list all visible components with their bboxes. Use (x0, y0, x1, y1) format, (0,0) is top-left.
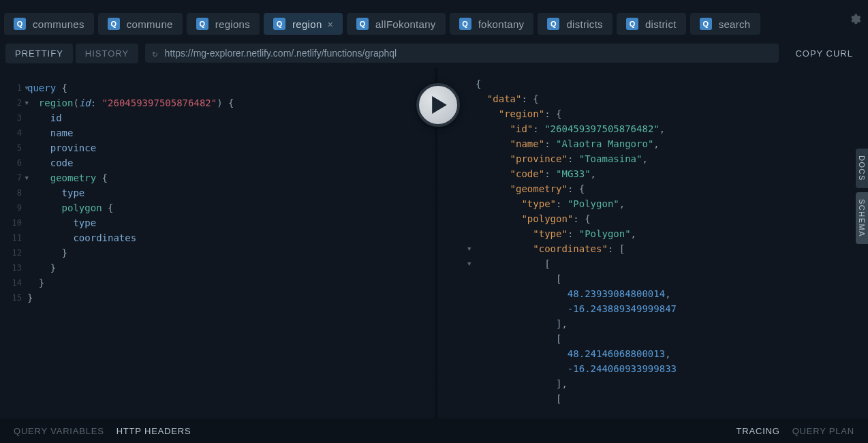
tracing-tab[interactable]: TRACING (737, 426, 780, 436)
query-editor[interactable]: query { region(id: "260459397505876482")… (27, 68, 421, 442)
query-variables-tab[interactable]: QUERY VARIABLES (14, 426, 104, 436)
history-button[interactable]: HISTORY (76, 44, 138, 63)
close-icon[interactable]: ✕ (328, 18, 333, 29)
tab-label: commune (127, 18, 173, 30)
tab-allFokontany[interactable]: Q allFokontany (347, 13, 446, 35)
http-headers-tab[interactable]: HTTP HEADERS (117, 426, 191, 436)
tab-districts[interactable]: Q districts (538, 13, 613, 35)
tab-label: allFokontany (375, 18, 436, 30)
tabs-row: Q communes Q commune Q regions Q region … (0, 10, 868, 38)
schema-tab[interactable]: SCHEMA (856, 192, 868, 244)
prettify-button[interactable]: PRETTIFY (5, 44, 73, 63)
line-gutter: 1▼ 2▼ 3 4 5 6 7▼ 8 9 10 11 12 13 14 15 (0, 68, 27, 442)
tab-fokontany[interactable]: Q fokontany (450, 13, 534, 35)
query-badge-icon: Q (459, 18, 471, 30)
tab-label: search (719, 18, 751, 30)
docs-tab[interactable]: DOCS (856, 149, 868, 188)
tab-commune[interactable]: Q commune (98, 13, 183, 35)
play-icon (432, 96, 447, 114)
tab-label: region (292, 18, 322, 30)
query-badge-icon: Q (547, 18, 559, 30)
tab-label: communes (33, 18, 84, 30)
copy-curl-button[interactable]: COPY CURL (786, 44, 863, 63)
gear-icon[interactable] (848, 12, 861, 29)
footer-bar: QUERY VARIABLES HTTP HEADERS TRACING QUE… (0, 418, 868, 443)
toolbar: PRETTIFY HISTORY ↻ https://mg-explorer.n… (0, 38, 868, 68)
execute-button[interactable] (416, 83, 460, 127)
tab-label: regions (215, 18, 250, 30)
endpoint-input[interactable]: ↻ https://mg-explorer.netlify.com/.netli… (145, 44, 779, 63)
tab-search[interactable]: Q search (690, 13, 760, 35)
query-badge-icon: Q (196, 18, 208, 30)
query-badge-icon: Q (273, 18, 285, 30)
query-plan-tab[interactable]: QUERY PLAN (792, 426, 854, 436)
tab-regions[interactable]: Q regions (187, 13, 260, 35)
query-badge-icon: Q (14, 18, 26, 30)
query-badge-icon: Q (626, 18, 638, 30)
query-badge-icon: Q (700, 18, 712, 30)
query-badge-icon: Q (356, 18, 369, 30)
reload-icon[interactable]: ↻ (152, 48, 157, 59)
result-pane[interactable]: { "data": { "region": { "id": "260459397… (437, 68, 868, 442)
endpoint-url: https://mg-explorer.netlify.com/.netlify… (165, 48, 397, 59)
tab-region[interactable]: Q region ✕ (264, 13, 343, 35)
query-badge-icon: Q (108, 18, 120, 30)
tab-district[interactable]: Q district (617, 13, 686, 35)
tab-label: fokontany (478, 18, 525, 30)
tab-label: district (645, 18, 677, 30)
tab-label: districts (566, 18, 603, 30)
tab-communes[interactable]: Q communes (4, 13, 94, 35)
